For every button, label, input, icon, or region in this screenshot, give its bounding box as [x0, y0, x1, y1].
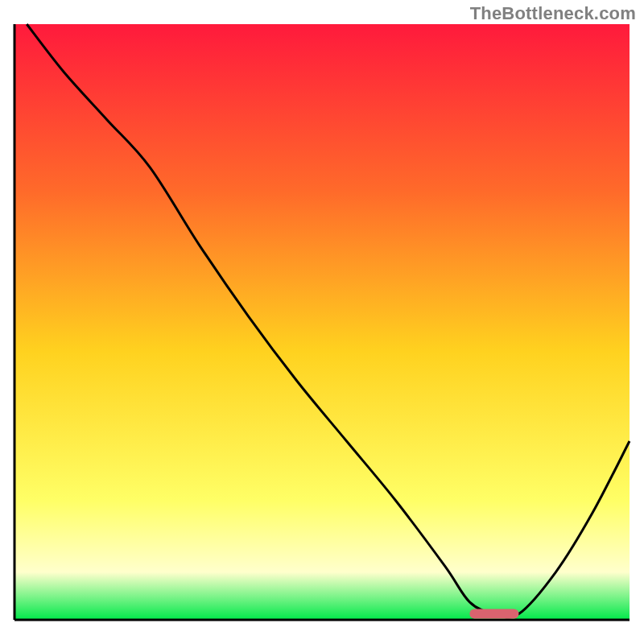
chart-svg — [0, 0, 644, 644]
watermark-text: TheBottleneck.com — [470, 3, 636, 24]
bottleneck-chart: TheBottleneck.com — [0, 0, 644, 644]
optimal-marker — [469, 609, 518, 619]
heatmap-gradient — [14, 24, 630, 620]
